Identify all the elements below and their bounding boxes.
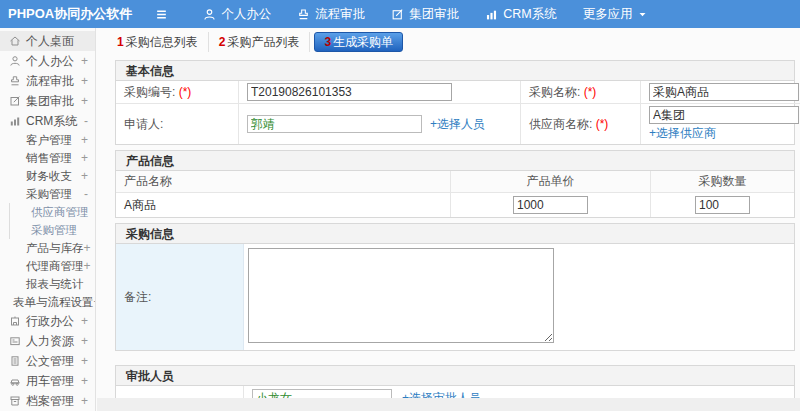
form-panel: 基本信息 采购编号: (*) 采购名称: (*) 申请人: — [115, 60, 795, 411]
sidebar-item-agent-mgmt[interactable]: 代理商管理 + — [0, 257, 95, 275]
section-title: 审批人员 — [116, 366, 794, 386]
remark-label-cell: 备注: — [116, 244, 244, 350]
sidebar-item-product-inventory[interactable]: 产品与库存 + — [0, 239, 95, 257]
sidebar-item-purchase-mgmt-sub[interactable]: 采购管理 — [10, 221, 95, 239]
top-menu-workflow-approval[interactable]: 流程审批 — [284, 0, 378, 28]
tab-purchase-info-list[interactable]: 1 采购信息列表 — [107, 32, 209, 52]
edit-icon — [391, 8, 404, 21]
product-price-cell — [451, 193, 651, 217]
required-mark: (*) — [596, 117, 609, 131]
purchase-no-input[interactable] — [247, 83, 452, 101]
car-icon — [9, 375, 21, 387]
product-name-cell: A商品 — [116, 193, 451, 217]
sidebar-item-customer-mgmt[interactable]: 客户管理 + — [0, 131, 95, 149]
sidebar-item-personal-desktop[interactable]: 个人桌面 — [0, 31, 95, 51]
supplier-label-cell: 供应商名称: (*) — [521, 103, 641, 144]
section-title: 产品信息 — [116, 151, 794, 171]
select-supplier-link[interactable]: +选择供应商 — [649, 125, 716, 142]
top-menu: 个人办公 流程审批 集团审批 CRM系统 更多应用 — [190, 0, 659, 28]
sidebar-item-personal-office[interactable]: 个人办公 + — [0, 51, 95, 71]
top-menu-more-apps[interactable]: 更多应用 — [570, 0, 660, 28]
building-icon — [9, 315, 21, 327]
sidebar-item-purchase-mgmt[interactable]: 采购管理 - — [0, 185, 95, 203]
purchase-qty-cell — [651, 193, 794, 217]
hamburger-menu-icon[interactable] — [146, 8, 176, 21]
top-menu-personal-office[interactable]: 个人办公 — [190, 0, 284, 28]
col-purchase-qty: 采购数量 — [651, 171, 794, 193]
remark-textarea[interactable] — [248, 248, 554, 343]
purchase-no-label-cell: 采购编号: (*) — [116, 81, 239, 103]
product-price-input[interactable] — [513, 196, 588, 214]
sidebar-item-hr[interactable]: 人力资源 + — [0, 331, 95, 351]
chart-icon — [9, 115, 21, 127]
sidebar-item-archive-mgmt[interactable]: 档案管理 + — [0, 391, 95, 411]
bottom-strip — [97, 398, 800, 411]
sidebar-item-reports[interactable]: 报表与统计 — [0, 275, 95, 293]
purchase-name-input[interactable] — [649, 83, 799, 101]
archive-icon — [9, 395, 21, 407]
sidebar-item-supplier-mgmt[interactable]: 供应商管理 — [10, 203, 95, 221]
edit-icon — [9, 95, 21, 107]
sidebar-item-vehicle-mgmt[interactable]: 用车管理 + — [0, 371, 95, 391]
remark-cell — [244, 244, 794, 350]
col-product-name: 产品名称 — [116, 171, 451, 193]
section-basic-info: 基本信息 采购编号: (*) 采购名称: (*) 申请人: — [115, 60, 795, 145]
required-mark: (*) — [179, 85, 192, 99]
supplier-cell: +选择供应商 — [641, 103, 800, 144]
sidebar-item-finance[interactable]: 财务收支 + — [0, 167, 95, 185]
card-icon — [9, 335, 21, 347]
stamp-icon — [297, 8, 310, 21]
sidebar-item-form-flow-settings[interactable]: 表单与流程设置 + — [0, 293, 95, 311]
sidebar-item-crm[interactable]: CRM系统 - — [0, 111, 95, 131]
top-menu-crm[interactable]: CRM系统 — [472, 0, 569, 28]
user-icon — [203, 8, 216, 21]
app-logo: PHPOA协同办公软件 — [0, 5, 146, 23]
topbar: PHPOA协同办公软件 个人办公 流程审批 集团审批 CRM系统 更多应用 — [0, 0, 800, 28]
tab-purchase-product-list[interactable]: 2 采购产品列表 — [209, 32, 311, 52]
home-icon — [9, 35, 21, 47]
sidebar: 个人桌面 个人办公 + 流程审批 + 集团审批 + CRM系统 - 客户管理 +… — [0, 28, 96, 411]
sidebar-item-admin-office[interactable]: 行政办公 + — [0, 311, 95, 331]
section-purchase-info: 采购信息 备注: — [115, 223, 795, 351]
main-content: 1 采购信息列表 2 采购产品列表 3 生成采购单 基本信息 采购编号: (*) — [97, 28, 800, 411]
sidebar-item-workflow-approval[interactable]: 流程审批 + — [0, 71, 95, 91]
section-title: 基本信息 — [116, 61, 794, 81]
sidebar-item-document-mgmt[interactable]: 公文管理 + — [0, 351, 95, 371]
user-icon — [9, 55, 21, 67]
select-person-link[interactable]: +选择人员 — [430, 116, 485, 133]
section-product-info: 产品信息 产品名称 产品单价 采购数量 A商品 — [115, 150, 795, 218]
purchase-name-label-cell: 采购名称: (*) — [521, 81, 641, 103]
applicant-label-cell: 申请人: — [116, 103, 239, 144]
supplier-input[interactable] — [649, 106, 799, 124]
tab-generate-purchase-order[interactable]: 3 生成采购单 — [314, 32, 403, 52]
section-title: 采购信息 — [116, 224, 794, 244]
required-mark: (*) — [584, 85, 597, 99]
doc-icon — [9, 355, 21, 367]
col-product-price: 产品单价 — [451, 171, 651, 193]
top-menu-group-approval[interactable]: 集团审批 — [378, 0, 472, 28]
purchase-no-cell — [239, 81, 521, 103]
sidebar-item-group-approval[interactable]: 集团审批 + — [0, 91, 95, 111]
purchase-submenu: 供应商管理 采购管理 — [9, 203, 95, 239]
chart-icon — [485, 8, 498, 21]
step-tabs: 1 采购信息列表 2 采购产品列表 3 生成采购单 — [107, 31, 800, 53]
stamp-icon — [9, 75, 21, 87]
purchase-qty-input[interactable] — [695, 196, 750, 214]
caret-down-icon — [638, 10, 647, 19]
applicant-input[interactable] — [247, 115, 422, 133]
applicant-cell: +选择人员 — [239, 103, 521, 144]
sidebar-item-sales-mgmt[interactable]: 销售管理 + — [0, 149, 95, 167]
purchase-name-cell — [641, 81, 800, 103]
